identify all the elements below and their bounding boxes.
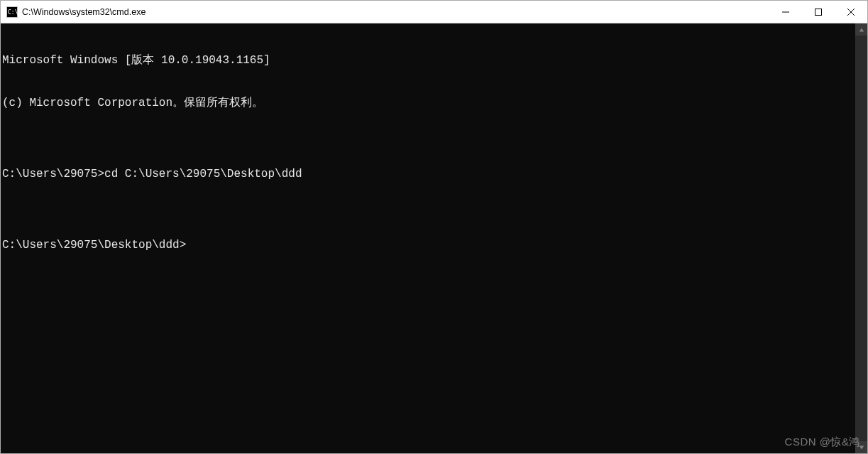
svg-rect-4: [815, 9, 822, 15]
terminal[interactable]: Microsoft Windows [版本 10.0.19043.1165] (…: [1, 23, 855, 453]
prompt: C:\Users\29075>: [2, 168, 104, 180]
titlebar-controls: [769, 1, 867, 23]
cmd-icon: C:\: [6, 6, 18, 18]
svg-marker-7: [859, 28, 863, 31]
command-line: C:\Users\29075>cd C:\Users\29075\Desktop…: [2, 167, 854, 181]
close-button[interactable]: [835, 1, 867, 23]
prompt: C:\Users\29075\Desktop\ddd>: [2, 239, 186, 252]
titlebar[interactable]: C:\ C:\Windows\system32\cmd.exe: [1, 1, 867, 23]
scroll-up-button[interactable]: [855, 23, 867, 36]
minimize-button[interactable]: [769, 1, 802, 23]
scrollbar-track[interactable]: [855, 36, 867, 441]
command-line: C:\Users\29075\Desktop\ddd>: [2, 238, 854, 252]
scroll-down-button[interactable]: [855, 441, 867, 453]
maximize-button[interactable]: [802, 1, 835, 23]
client-area: Microsoft Windows [版本 10.0.19043.1165] (…: [1, 23, 867, 453]
typed-command: cd C:\Users\29075\Desktop\ddd: [104, 168, 302, 180]
banner-line: Microsoft Windows [版本 10.0.19043.1165]: [2, 53, 854, 67]
vertical-scrollbar[interactable]: [855, 23, 867, 453]
cmd-window: C:\ C:\Windows\system32\cmd.exe Microsof…: [0, 0, 868, 454]
window-title: C:\Windows\system32\cmd.exe: [22, 7, 145, 17]
banner-line: (c) Microsoft Corporation。保留所有权利。: [2, 96, 854, 110]
svg-marker-8: [859, 445, 863, 449]
svg-text:C:\: C:\: [8, 9, 18, 16]
cursor: [187, 239, 193, 252]
